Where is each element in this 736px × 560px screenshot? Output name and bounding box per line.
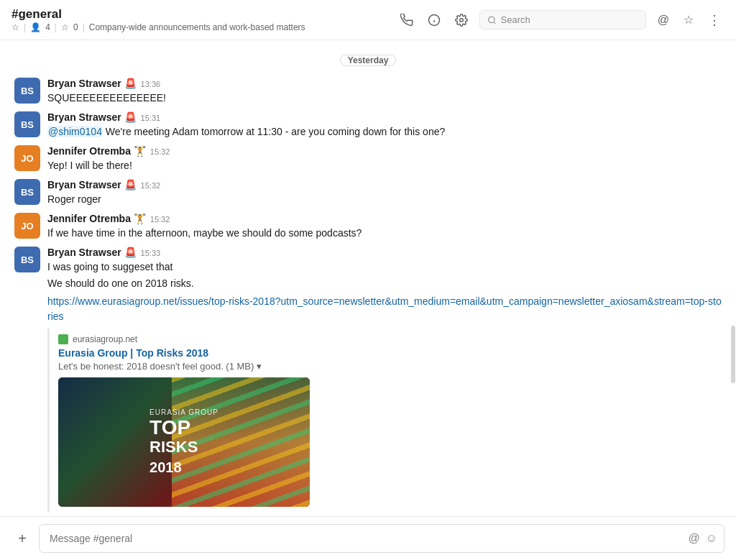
svg-point-3: [460, 18, 464, 22]
header-icons: @ ☆ ⋮: [397, 9, 724, 31]
sender-name: Jennifer Otremba 🏋: [47, 213, 146, 224]
call-button[interactable]: [397, 11, 416, 29]
messages-area: Yesterday BS Bryan Strawser 🚨 13:36 SQUE…: [0, 40, 736, 516]
sender-name: Jennifer Otremba 🏋: [47, 145, 146, 157]
message-input[interactable]: [39, 524, 724, 553]
message-content: Jennifer Otremba 🏋 15:32 If we have time…: [47, 213, 722, 241]
link-source-text: eurasiagroup.net: [73, 334, 137, 344]
table-row: JO Jennifer Otremba 🏋 15:32 Yep! I will …: [0, 142, 736, 176]
sender-name: Bryan Strawser 🚨: [47, 111, 137, 123]
message-content: Bryan Strawser 🚨 13:36 SQUEEEEEEEEEEEEEE…: [47, 78, 722, 106]
sender-name: Bryan Strawser 🚨: [47, 179, 137, 191]
search-input[interactable]: [501, 14, 638, 25]
day-divider-label: Yesterday: [340, 55, 397, 66]
sender-name: Bryan Strawser 🚨: [47, 78, 137, 89]
avatar: JO: [14, 213, 40, 239]
preview-title-big: TOP: [150, 418, 218, 438]
gear-icon: [455, 14, 468, 27]
input-wrapper: @ ☺: [39, 524, 724, 553]
header-left: #general ☆ | 👤 4 | ☆ 0 | Company-wide an…: [12, 7, 397, 32]
notifications-count: 0: [73, 22, 78, 32]
at-icon: @: [658, 14, 669, 27]
phone-icon: [400, 14, 413, 27]
timestamp: 13:36: [141, 80, 161, 88]
star-icon: ☆: [12, 22, 19, 32]
timestamp: 15:32: [150, 215, 170, 224]
info-icon: [428, 14, 441, 27]
channel-name: #general: [12, 7, 62, 22]
scrollbar-track[interactable]: [730, 40, 736, 516]
message-link[interactable]: https://www.eurasiagroup.net/issues/top-…: [47, 294, 722, 324]
channel-title-row: #general: [12, 7, 397, 22]
header-meta: ☆ | 👤 4 | ☆ 0 | Company-wide announcemen…: [12, 22, 397, 32]
svg-point-4: [488, 17, 494, 23]
sender-name: Bryan Strawser 🚨: [47, 247, 137, 258]
link-preview-desc: Let's be honest: 2018 doesn't feel good.…: [58, 361, 398, 372]
input-icons-right: @ ☺: [688, 532, 717, 545]
timestamp: 15:32: [141, 181, 161, 190]
preview-brand: eurasia group: [150, 408, 218, 416]
avatar: BS: [14, 179, 40, 205]
avatar: BS: [14, 78, 40, 104]
avatar: JO: [14, 145, 40, 171]
message-text: I was going to suggeset that: [47, 260, 722, 275]
timestamp: 15:33: [141, 249, 161, 257]
message-content: Bryan Strawser 🚨 15:33 I was going to su…: [47, 247, 722, 513]
table-row: JO Jennifer Otremba 🏋 15:32 If we have t…: [0, 210, 736, 244]
table-row: BS Bryan Strawser 🚨 13:36 SQUEEEEEEEEEEE…: [0, 75, 736, 109]
search-icon: [487, 15, 497, 25]
table-row: BS Bryan Strawser 🚨 15:32 Roger roger: [0, 176, 736, 210]
message-text: Yep! I will be there!: [47, 158, 722, 173]
link-preview-title[interactable]: Eurasia Group | Top Risks 2018: [58, 347, 398, 359]
preview-title-sub: RISKS: [150, 438, 218, 456]
link-preview-card: eurasiagroup.net Eurasia Group | Top Ris…: [47, 329, 407, 513]
channel-description: Company-wide announcements and work-base…: [89, 22, 305, 32]
message-content: Jennifer Otremba 🏋 15:32 Yep! I will be …: [47, 145, 722, 173]
members-count: 4: [45, 22, 50, 32]
star-icon-header: ☆: [684, 13, 694, 27]
message-header: Jennifer Otremba 🏋 15:32: [47, 145, 722, 157]
message-text: SQUEEEEEEEEEEEEEE!: [47, 91, 722, 106]
message-text: @shim0104 We're meeting Adam tomorrow at…: [47, 124, 722, 139]
add-button[interactable]: +: [12, 528, 33, 549]
table-row: BS Bryan Strawser 🚨 15:33 I was going to…: [0, 244, 736, 515]
avatar: BS: [14, 111, 40, 137]
at-button[interactable]: @: [655, 11, 672, 29]
preview-year: 2018: [150, 459, 218, 476]
day-divider: Yesterday: [0, 49, 736, 72]
mention: @shim0104: [47, 126, 103, 137]
message-content: Bryan Strawser 🚨 15:31 @shim0104 We're m…: [47, 111, 722, 139]
message-content: Bryan Strawser 🚨 15:32 Roger roger: [47, 179, 722, 207]
timestamp: 15:31: [141, 114, 161, 122]
avatar: BS: [14, 247, 40, 272]
link-url[interactable]: https://www.eurasiagroup.net/issues/top-…: [47, 295, 722, 322]
link-favicon: [58, 334, 68, 344]
plus-icon: +: [18, 531, 27, 547]
preview-image-text: eurasia group TOP RISKS 2018: [138, 397, 230, 487]
info-button[interactable]: [425, 11, 443, 29]
settings-button[interactable]: [452, 11, 471, 29]
at-input-icon[interactable]: @: [688, 532, 699, 545]
message-header: Bryan Strawser 🚨 15:32: [47, 179, 722, 191]
star-button[interactable]: ☆: [681, 10, 696, 29]
scrollbar-thumb[interactable]: [731, 326, 735, 383]
members-icon: 👤: [30, 22, 41, 32]
more-icon: ⋮: [708, 12, 722, 28]
channel-header: #general ☆ | 👤 4 | ☆ 0 | Company-wide an…: [0, 0, 736, 40]
notifications-icon: ☆: [61, 22, 69, 32]
timestamp: 15:32: [150, 147, 170, 156]
emoji-icon[interactable]: ☺: [706, 532, 717, 545]
search-box[interactable]: [479, 10, 646, 29]
table-row: BS Bryan Strawser 🚨 15:31 @shim0104 We'r…: [0, 109, 736, 142]
message-text: Roger roger: [47, 192, 722, 207]
message-header: Bryan Strawser 🚨 15:31: [47, 111, 722, 123]
link-preview-source: eurasiagroup.net: [58, 334, 398, 344]
message-text-2: We should do one on 2018 risks.: [47, 276, 722, 291]
more-button[interactable]: ⋮: [705, 9, 724, 31]
message-header: Bryan Strawser 🚨 13:36: [47, 78, 722, 89]
table-row: JO Jennifer Otremba 🏋 15:33 Great minds …: [0, 515, 736, 516]
message-header: Bryan Strawser 🚨 15:33: [47, 247, 722, 258]
preview-image-inner: eurasia group TOP RISKS 2018: [58, 377, 310, 507]
message-header: Jennifer Otremba 🏋 15:32: [47, 213, 722, 224]
input-bar: + @ ☺: [0, 516, 736, 560]
